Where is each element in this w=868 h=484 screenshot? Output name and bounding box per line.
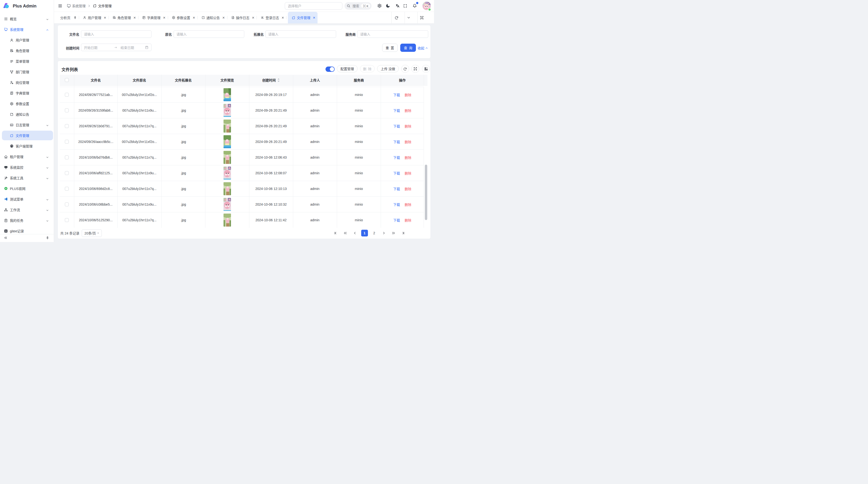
svg-text:DEV: DEV (10, 124, 13, 126)
